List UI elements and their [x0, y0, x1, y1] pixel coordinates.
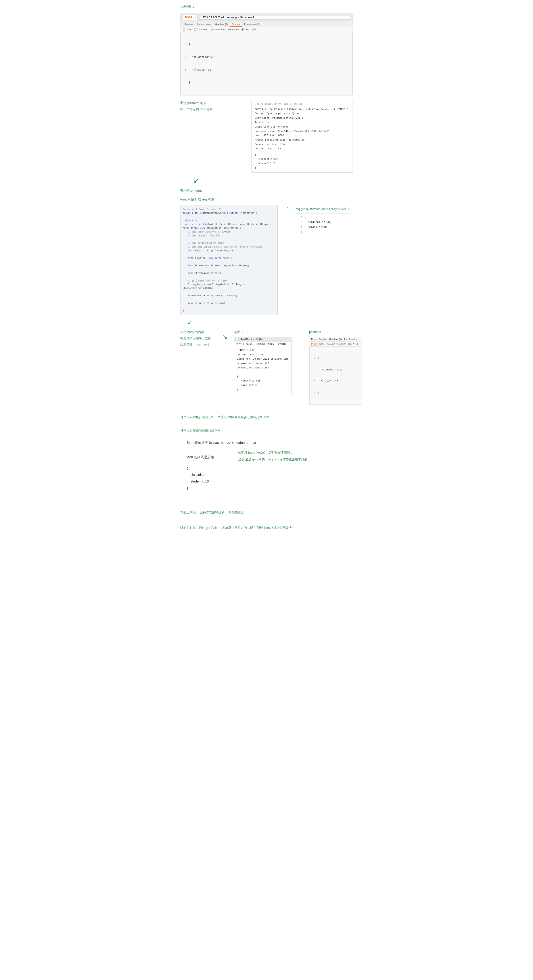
arrow-right-construct: →: [233, 100, 243, 106]
notepad-title: RawFile.htm - 记事本: [240, 338, 263, 341]
np-body-3: "classId":10: [237, 383, 289, 387]
menu-file[interactable]: 文件(F): [236, 342, 244, 346]
side-note-block: 这两种 body 的格式，后面都会使用到， 当然 通过 get url 的 qu…: [238, 449, 308, 463]
side-note-2: 当然 通过 get url 的 query string 传参也是很常见的: [238, 456, 308, 463]
sc-line-16: [183, 267, 275, 271]
opt-b[interactable]: b: [251, 28, 256, 31]
response-section-inner: 响应 ： 📄 RawFile.htm - 记事本 文件(F) 编辑(E) 格式(…: [234, 329, 292, 394]
opt-formdata[interactable]: form-data: [194, 28, 207, 31]
response-label-text: 响应 ：: [234, 330, 244, 334]
body-label1: 又把 body 的内容: [180, 329, 215, 335]
construct-labels: 通过 postman 构造 出一个指定的 post 请求: [180, 100, 225, 112]
json-label: json 的格式是形如: [187, 454, 214, 460]
subtab-raw[interactable]: Raw: [319, 342, 324, 345]
np-body-1: {: [237, 374, 289, 379]
sc-line-11: int length = req.getContentLength();: [183, 249, 275, 252]
subtab-preview[interactable]: Preview: [326, 342, 335, 345]
body-label3: 给浏览器（postman）: [180, 341, 215, 347]
flow-title: 流程图 ：: [180, 5, 353, 9]
page-container: 流程图 ： POST Params Authorization Headers …: [180, 5, 353, 531]
sc-line-25: }: [183, 305, 275, 309]
body-options: none form-data x-www-form-urlencoded raw…: [180, 27, 353, 32]
resp-tab-headers[interactable]: Headers (4): [329, 338, 342, 340]
servlet-row: @WebServlet("/postParameter2") public cl…: [180, 205, 353, 315]
opt-urlencoded[interactable]: x-www-form-urlencoded: [210, 28, 239, 31]
bottom-notes: 本质上来说， 三种方式是等价的， 时代的变迁 以前的时候，通过 get 和 fo…: [180, 509, 353, 531]
sc-line-17: inputStream.read(buffer);: [183, 271, 275, 275]
json-section: json 的格式是形如 { classId:20, studentId:10 }…: [180, 449, 353, 496]
arrow-down-1: ↙: [193, 177, 353, 185]
sc-line-15: InputStream inputStream = req.getInputSt…: [183, 264, 275, 267]
sc-line-9: // 可以 getInputStream 读取流: [183, 241, 275, 245]
http-body-1: {: [255, 153, 349, 157]
menu-view[interactable]: 查看(V): [267, 342, 275, 346]
opt-raw[interactable]: raw: [241, 28, 249, 31]
body-labels: 又把 body 的内容 构造成响应结果，返回 给浏览器（postman）: [180, 329, 215, 347]
http-line-6: Postman-Token: 05dab54b-dc52-46d8-9b8d-6…: [255, 129, 349, 134]
url-input[interactable]: [199, 15, 350, 20]
construct-label1: 通过 postman 构造: [180, 100, 225, 106]
notepad-icon: 📄: [236, 338, 239, 341]
menu-format[interactable]: 格式(O): [257, 342, 265, 346]
tomcat-label2: tomcat 解析成 req 对象: [180, 197, 353, 202]
http-body-4: }: [255, 166, 349, 170]
sc-line-6: // 此处 读到的 body = from 表单传参: [183, 230, 275, 234]
construct-label2: 出一个指定的 post 请求: [180, 106, 225, 112]
np-blank: [237, 370, 289, 374]
response-label: 响应 ：: [234, 329, 292, 335]
tab-prerequest[interactable]: Pre-request S: [242, 22, 261, 27]
np-line-5: Connection: keep-alive: [237, 366, 289, 370]
bottom-note-2: 以前的时候，通过 get 和 form 表单写法是很多的，现在 通过 json …: [180, 525, 353, 531]
sc-line-3: [183, 215, 275, 219]
http-line-9: Connection: keep-alive: [255, 142, 349, 146]
sc-line-14: [183, 260, 275, 264]
http-line-10: Content-Length: 43: [255, 146, 349, 151]
resp-tab-body[interactable]: Body: [311, 338, 317, 340]
form-example: form 表单是 形如 classId = 20 & studentId = 1…: [187, 441, 353, 445]
sc-line-18: [183, 275, 275, 279]
sc-line-23: [183, 298, 275, 301]
menu-edit[interactable]: 编辑(E): [246, 342, 254, 346]
np-line-2: Content-Length: 43: [237, 353, 289, 357]
bottom-note-1: 本质上来说， 三种方式是等价的， 时代的变迁: [180, 509, 353, 516]
arrow-down-resp: ↘: [222, 329, 227, 340]
subtab-text[interactable]: Text ∨: [348, 342, 355, 345]
resp-tab-tests[interactable]: Test Results: [344, 338, 357, 340]
postman-tabs: Params Authorization Headers (9) Body ● …: [180, 21, 353, 27]
sc-line-5: protected void doPost(HttpServletRequest…: [183, 222, 275, 230]
tab-authorization[interactable]: Authorization: [195, 22, 213, 27]
http-line-8: Accept-Encoding: gzip, deflate, br: [255, 138, 349, 142]
postman-mock: POST Params Authorization Headers (9) Bo…: [180, 13, 353, 95]
opt-none[interactable]: none: [183, 28, 191, 31]
http-request-box: 文件(F) 编辑(E) 格式(O) 查看(V) 帮助(H) POST http:…: [251, 100, 353, 173]
json-code: { classId:20, studentId:10 }: [187, 465, 214, 491]
explanation-block: 这个代码的执行流程，和上个通过 form 表单传参，流程是类似的 只不过是传输的…: [180, 414, 353, 434]
tab-params[interactable]: Params: [183, 22, 195, 27]
http-line-4: Accept: */*: [255, 120, 349, 125]
tomcat-label1: 请求到达 tomcat ，: [180, 189, 353, 193]
tab-body[interactable]: Body ●: [230, 22, 242, 27]
sc-line-12: [183, 252, 275, 256]
postman-label: postman: [309, 329, 362, 335]
http-request-content: 文件(F) 编辑(E) 格式(O) 查看(V) 帮助(H) POST http:…: [251, 100, 353, 173]
resp-tab-cookies[interactable]: Cookies: [319, 338, 327, 340]
notepad-info: 文件(F) 编辑(E) 格式(O) 查看(V) 帮助(H): [255, 102, 349, 106]
method-select[interactable]: POST: [183, 15, 198, 20]
menu-help[interactable]: 帮助(H): [277, 342, 286, 346]
tab-headers[interactable]: Headers (9): [213, 22, 230, 27]
postman-response-mock: Body Cookies Headers (4) Test Results Pr…: [309, 337, 362, 405]
postman-resp-tabs: Body Cookies Headers (4) Test Results: [310, 337, 362, 342]
notepad-content: HTTP/1.1 200 Content-Length: 43 Date: Mo…: [234, 346, 291, 394]
body-label2: 构造成响应结果，返回: [180, 335, 215, 341]
subtab-menu[interactable]: ≡: [356, 342, 358, 345]
http-body-3: "classId":10: [255, 161, 349, 166]
sc-line-21: [183, 290, 275, 294]
np-line-1: HTTP/1.1 200: [237, 348, 289, 353]
arrow-right-getinputstream: →: [284, 205, 289, 212]
getinputstream-section: req.getInputStream 读取到 body 的内容 ： 1{ 2 "…: [296, 205, 350, 236]
subtab-pretty[interactable]: Pretty: [311, 342, 318, 345]
sc-line-4: @Override: [183, 219, 275, 222]
subtab-visualize[interactable]: Visualize: [337, 342, 346, 345]
explanation-line2: 只不过是传输的数据格式不同: [180, 427, 353, 434]
explanation-line1: 这个代码的执行流程，和上个通过 form 表单传参，流程是类似的: [180, 414, 353, 421]
